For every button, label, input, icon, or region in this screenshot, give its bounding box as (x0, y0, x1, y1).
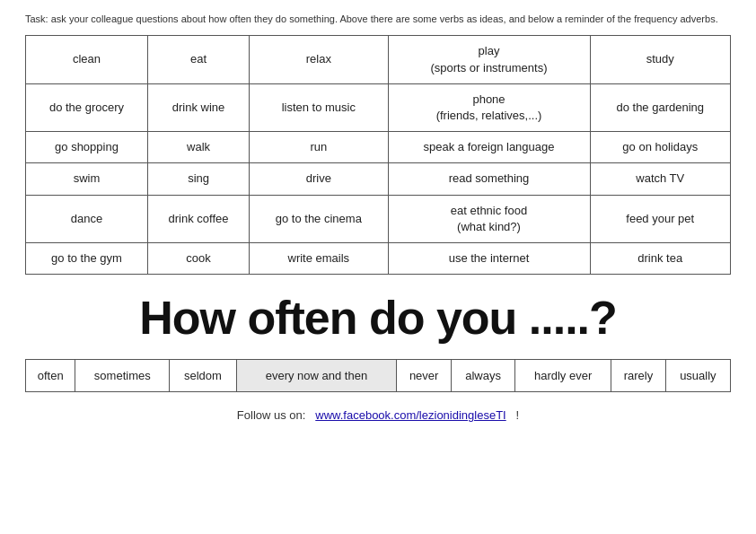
verb-cell: clean (26, 36, 148, 83)
follow-us-exclamation: ! (516, 408, 520, 422)
verb-cell: use the internet (388, 242, 590, 274)
verb-cell: go to the cinema (250, 195, 388, 242)
verb-cell: drive (250, 163, 388, 195)
verb-cell: phone(friends, relatives,...) (388, 83, 590, 131)
frequency-adverb: often (26, 360, 75, 392)
verb-cell: do the gardening (590, 83, 731, 131)
frequency-adverb: rarely (611, 360, 666, 392)
follow-us-label: Follow us on: (237, 408, 306, 422)
verb-table: cleaneatrelaxplay(sports or instruments)… (25, 35, 731, 275)
verb-cell: go on holidays (590, 132, 731, 163)
verb-cell: eat ethnic food(what kind?) (388, 195, 590, 242)
verb-cell: read something (388, 163, 590, 195)
verb-cell: speak a foreign language (388, 132, 590, 163)
verb-cell: listen to music (250, 83, 388, 131)
follow-us-link[interactable]: www.facebook.com/lezionidingleseTI (315, 408, 505, 422)
frequency-adverb: always (451, 360, 514, 392)
frequency-adverb: hardly ever (515, 360, 611, 392)
verb-cell: study (590, 36, 731, 83)
verb-cell: write emails (250, 242, 388, 274)
verb-cell: relax (250, 36, 388, 83)
verb-cell: do the grocery (26, 83, 148, 131)
verb-cell: walk (147, 132, 249, 163)
verb-cell: feed your pet (590, 195, 731, 242)
verb-cell: drink coffee (147, 195, 249, 242)
verb-cell: go shopping (26, 132, 148, 163)
follow-us-section: Follow us on: www.facebook.com/lezionidi… (25, 408, 731, 422)
verb-cell: go to the gym (26, 242, 148, 274)
verb-cell: drink wine (147, 83, 249, 131)
verb-cell: sing (147, 163, 249, 195)
verb-cell: cook (147, 242, 249, 274)
verb-cell: dance (26, 195, 148, 242)
frequency-adverb: never (397, 360, 452, 392)
frequency-adverb: every now and then (236, 360, 397, 392)
verb-cell: swim (26, 163, 148, 195)
frequency-table: oftensometimesseldomevery now and thenne… (25, 359, 731, 392)
verb-cell: play(sports or instruments) (388, 36, 590, 83)
verb-cell: run (250, 132, 388, 163)
verb-cell: eat (147, 36, 249, 83)
big-question: How often do you .....? (25, 291, 731, 345)
frequency-adverb: seldom (170, 360, 236, 392)
frequency-adverb: sometimes (75, 360, 170, 392)
verb-cell: watch TV (590, 163, 731, 195)
verb-cell: drink tea (590, 242, 731, 274)
frequency-adverb: usually (665, 360, 730, 392)
task-description: Task: ask your colleague questions about… (25, 13, 731, 26)
